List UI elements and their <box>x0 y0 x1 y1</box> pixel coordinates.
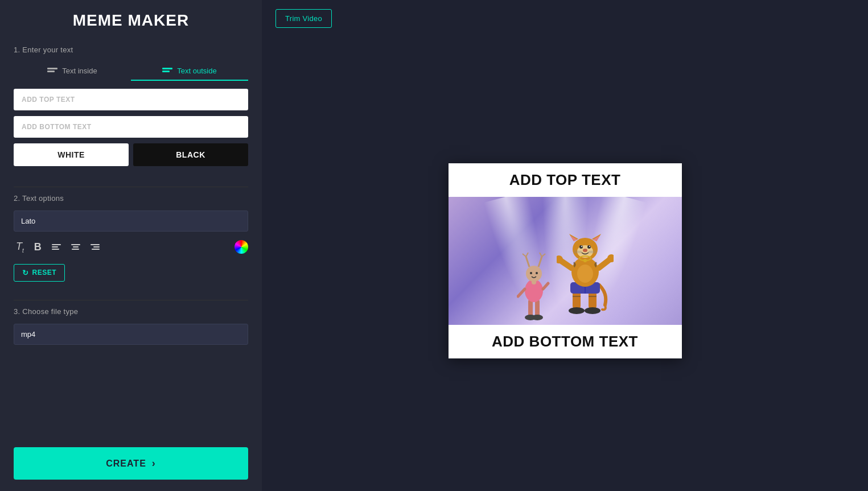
align-left-icon <box>52 244 61 250</box>
svg-line-9 <box>526 257 529 267</box>
meme-bottom-text: ADD BOTTOM TEXT <box>449 325 682 358</box>
svg-line-14 <box>540 253 542 257</box>
align-right-button[interactable] <box>88 242 102 252</box>
meme-top-text: ADD TOP TEXT <box>449 163 682 197</box>
tab-text-outside[interactable]: Text outside <box>131 62 248 81</box>
svg-point-37 <box>589 246 590 247</box>
align-center-button[interactable] <box>69 242 83 252</box>
character-container <box>517 231 614 325</box>
svg-point-15 <box>530 272 532 274</box>
reset-button[interactable]: ↻ RESET <box>14 264 65 282</box>
color-buttons-group: WHITE BLACK <box>14 143 248 166</box>
svg-point-38 <box>583 249 587 252</box>
file-type-select[interactable]: mp4 gif jpg png <box>14 324 248 345</box>
text-options-section: 2. Text options Lato Arial Impact Comic … <box>14 194 248 282</box>
color-picker-button[interactable] <box>235 240 248 254</box>
svg-point-22 <box>585 307 600 314</box>
text-inside-icon <box>47 68 57 75</box>
svg-point-44 <box>583 259 587 262</box>
svg-line-13 <box>542 254 545 257</box>
tab-text-inside[interactable]: Text inside <box>14 62 131 81</box>
svg-point-35 <box>587 245 591 249</box>
svg-point-16 <box>536 272 538 274</box>
white-color-button[interactable]: WHITE <box>14 143 129 166</box>
bold-button[interactable]: B <box>32 239 44 255</box>
svg-point-3 <box>532 315 543 320</box>
tab-inside-label: Text inside <box>62 67 97 75</box>
section3-label: 3. Choose file type <box>14 307 248 316</box>
svg-point-26 <box>577 265 593 283</box>
reset-icon: ↻ <box>22 269 29 277</box>
text-position-tabs: Text inside Text outside <box>14 62 248 81</box>
right-panel: Trim Video ADD TOP TEXT <box>262 0 868 491</box>
text-outside-icon <box>162 68 172 75</box>
text-toolbar: Tt B <box>14 238 248 256</box>
meme-preview: ADD TOP TEXT <box>449 163 682 358</box>
top-text-input[interactable] <box>14 89 248 110</box>
align-left-button[interactable] <box>50 242 63 252</box>
font-select[interactable]: Lato Arial Impact Comic Sans MS <box>14 211 248 232</box>
section1-label: 1. Enter your text <box>14 46 248 54</box>
divider2 <box>14 300 248 300</box>
trim-video-button[interactable]: Trim Video <box>275 9 332 28</box>
small-character <box>517 248 551 322</box>
section2-label: 2. Text options <box>14 194 248 203</box>
create-arrow-icon: › <box>152 457 156 469</box>
align-center-icon <box>71 244 80 250</box>
file-type-section: 3. Choose file type mp4 gif jpg png <box>14 307 248 345</box>
left-panel: MEME MAKER 1. Enter your text Text insid… <box>0 0 262 491</box>
bottom-text-input[interactable] <box>14 116 248 138</box>
svg-line-12 <box>538 257 542 267</box>
align-right-icon <box>90 244 100 250</box>
divider1 <box>14 187 248 187</box>
svg-line-6 <box>543 283 548 289</box>
svg-point-34 <box>579 245 583 249</box>
meme-image-area <box>449 197 682 325</box>
app-title: MEME MAKER <box>14 11 248 30</box>
svg-line-10 <box>523 254 526 257</box>
svg-point-8 <box>526 266 542 282</box>
black-color-button[interactable]: BLACK <box>133 143 248 166</box>
svg-point-21 <box>569 307 585 314</box>
big-character <box>557 231 614 322</box>
create-button[interactable]: CREATE › <box>14 447 248 480</box>
svg-point-36 <box>581 246 582 247</box>
create-label: CREATE <box>106 459 146 469</box>
tab-outside-label: Text outside <box>177 67 216 75</box>
font-size-button[interactable]: Tt <box>14 238 26 256</box>
reset-label: RESET <box>32 269 57 277</box>
meme-preview-wrapper: ADD TOP TEXT <box>275 39 854 482</box>
spacer <box>14 358 248 447</box>
svg-line-11 <box>526 253 528 257</box>
svg-line-5 <box>518 289 525 296</box>
